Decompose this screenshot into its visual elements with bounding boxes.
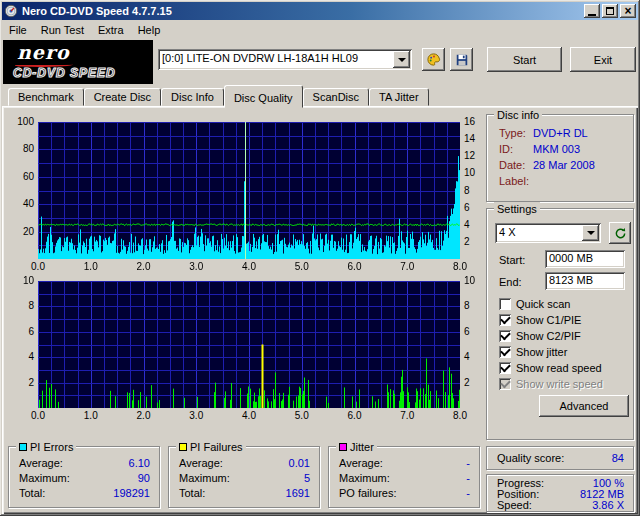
save-button[interactable] [450,48,473,71]
checkbox-quick-scan[interactable]: Quick scan [499,297,570,311]
stat-value: - [466,472,470,484]
tick-label: 10 [464,275,488,287]
refresh-icon [614,227,627,240]
stat-value: 6.10 [129,457,150,469]
exit-button[interactable]: Exit [570,47,636,72]
start-field-label: Start: [499,254,525,266]
start-field[interactable]: 0000 MB [545,250,625,268]
stat-label: Total: [19,487,45,499]
window-title: Nero CD-DVD Speed 4.7.7.15 [22,5,584,17]
drive-selector[interactable]: [0:0] LITE-ON DVDRW LH-18A1H HL09 [158,49,412,70]
tick-label: 80 [10,143,34,155]
tick-label: 2.0 [132,261,156,273]
advanced-button[interactable]: Advanced [539,395,629,417]
close-button[interactable]: × [620,4,636,18]
menu-item-extra[interactable]: Extra [91,23,131,37]
tick-label: 6 [464,202,488,214]
tick-label: 4.0 [237,261,261,273]
tick-label: 40 [10,198,34,210]
stat-label: Total: [179,487,205,499]
menu-item-run-test[interactable]: Run Test [34,23,91,37]
speed-selector[interactable]: 4 X [495,223,601,243]
end-field[interactable]: 8123 MB [545,272,625,290]
tick-label: 4.0 [237,410,261,422]
nero-logo-subtext: CD-DVD SPEED [13,66,116,80]
disc-date-label: Date: [499,159,525,171]
checkbox-label: Show write speed [516,378,603,390]
disc-label-label: Label: [499,175,529,187]
pi-failures-legend: PI Failures Average:0.01 Maximum:5 Total… [168,446,320,508]
speed-dropdown-button[interactable] [582,225,599,241]
tick-label: 7.0 [395,410,419,422]
settings-group: Settings 4 X Start: 0000 MB End: 8123 MB… [486,208,634,440]
pi-failures-legend-title: PI Failures [190,441,243,453]
jitter-legend: Jitter Average:- Maximum:- PO failures:- [328,446,480,508]
tick-label: 4 [464,219,488,231]
disc-id-label: ID: [499,143,513,155]
disc-type-label: Type: [499,127,526,139]
stat-value: 1691 [286,487,310,499]
refresh-button[interactable] [609,222,631,244]
pi-errors-color-swatch [19,443,27,451]
palette-icon [426,52,441,67]
stat-label: Average: [179,457,223,469]
tick-label: 2 [10,377,34,389]
stat-label: Maximum: [339,472,390,484]
checkbox-label: Show C2/PIF [516,330,581,342]
tick-label: 4 [464,351,488,363]
checkbox-box [499,362,511,374]
pi-failures-chart [38,281,460,408]
tick-label: 4 [10,351,34,363]
options-button[interactable] [422,48,445,71]
stat-value: 5 [304,472,310,484]
checkbox-show-jitter[interactable]: Show jitter [499,345,567,359]
disc-id-value: MKM 003 [533,143,580,155]
chevron-down-icon [398,58,406,62]
tab-strip: Benchmark Create Disc Disc Info Disc Qua… [8,85,429,108]
tab-scandisc[interactable]: ScanDisc [303,88,369,106]
nero-logo-text: nero [17,41,70,63]
disc-date-value: 28 Mar 2008 [533,159,595,171]
tab-benchmark[interactable]: Benchmark [8,88,84,106]
stat-label: Average: [339,457,383,469]
start-button[interactable]: Start [487,47,562,72]
disc-info-group: Disc info Type:DVD+R DL ID:MKM 003 Date:… [486,114,634,202]
quality-score-value: 84 [612,452,624,464]
tick-label: 1.0 [79,261,103,273]
checkbox-box [499,378,511,390]
end-field-label: End: [499,276,522,288]
stat-value: - [466,487,470,499]
tick-label: 6.0 [343,410,367,422]
tab-ta-jitter[interactable]: TA Jitter [369,88,429,106]
checkbox-box [499,298,511,310]
maximize-button[interactable] [602,4,618,18]
pi-errors-legend: PI Errors Average:6.10 Maximum:90 Total:… [8,446,160,508]
tick-label: 5.0 [290,261,314,273]
stat-value: 0.01 [289,457,310,469]
checkbox-show-c1-pie[interactable]: Show C1/PIE [499,313,581,327]
stat-value: 90 [138,472,150,484]
tick-label: 3.0 [184,261,208,273]
checkbox-show-c2-pif[interactable]: Show C2/PIF [499,329,581,343]
window-controls: × [584,4,636,18]
checkbox-show-read-speed[interactable]: Show read speed [499,361,602,375]
tab-disc-quality[interactable]: Disc Quality [224,85,303,108]
menubar: File Run Test Extra Help [2,21,638,38]
speed-selector-value: 4 X [499,226,581,238]
drive-selector-dropdown-button[interactable] [393,51,410,68]
tick-label: 8 [464,185,488,197]
menu-item-file[interactable]: File [2,23,34,37]
tab-create-disc[interactable]: Create Disc [84,88,161,106]
tab-disc-info[interactable]: Disc Info [161,88,224,106]
quality-score-box: Quality score: 84 [486,446,634,470]
checkbox-box [499,346,511,358]
progress-box: Progress:100 % Position:8122 MB Speed:3.… [486,474,634,512]
tick-label: 6 [464,326,488,338]
checkbox-show-write-speed: Show write speed [499,377,603,391]
settings-title: Settings [497,203,537,215]
menu-item-help[interactable]: Help [131,23,168,37]
minimize-button[interactable] [584,4,600,18]
tick-label: 8.0 [448,261,472,273]
checkbox-box [499,314,511,326]
tick-label: 14 [464,133,488,145]
